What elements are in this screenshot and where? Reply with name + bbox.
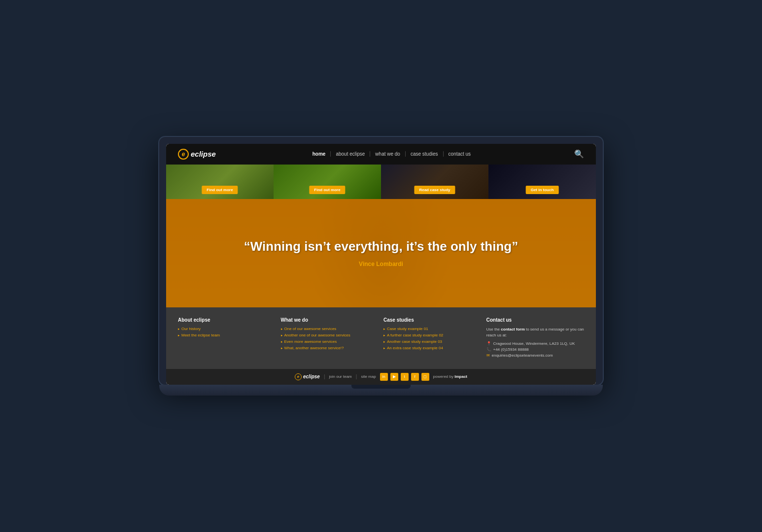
footer-case-3[interactable]: Another case study example 03 [383,339,482,344]
footer-cases-title: Case studies [383,317,482,323]
bottom-logo-text: eclipse [303,374,320,379]
footer-service-1[interactable]: One of our awesome services [281,327,379,331]
laptop-scene: eclipse home about eclipse what we do ca… [159,137,603,396]
phone-icon: 📞 [486,347,491,352]
nav-home[interactable]: home [308,151,331,157]
logo-icon [178,149,189,160]
footer-contact-address: 📍 Cragwood House, Windermere, LA23 1LQ, … [486,341,585,346]
hero-attribution: Vince Lombardi [359,261,403,267]
footer-col-cases: Case studies Case study example 01 A fur… [383,317,482,359]
email-icon: ✉ [486,353,490,358]
banner-cards-row: Find out more Find out more Read case st… [166,165,596,199]
footer-col-contact: Contact us Use the contact form to send … [486,317,585,359]
site-header: eclipse home about eclipse what we do ca… [166,144,596,165]
nav-about[interactable]: about eclipse [331,151,370,157]
footer-contact-title: Contact us [486,317,585,323]
footer-case-4[interactable]: An extra case study example 04 [383,346,482,350]
bottom-logo-icon: e [295,373,302,380]
site-logo[interactable]: eclipse [178,149,216,160]
hero-quote: “Winning isn’t everything, it’s the only… [244,238,518,255]
footer-service-3[interactable]: Even more awesome services [281,339,379,344]
search-icon[interactable]: 🔍 [574,149,584,159]
laptop-bezel: eclipse home about eclipse what we do ca… [159,137,603,385]
card-btn-4[interactable]: Get in touch [526,186,559,194]
footer-col-services: What we do One of our awesome services A… [281,317,379,359]
footer-case-2[interactable]: A further case study example 02 [383,333,482,337]
banner-card-4: Get in touch [488,165,596,199]
banner-card-2: Find out more [274,165,381,199]
instagram-icon[interactable]: ◻ [421,373,429,381]
youtube-icon[interactable]: ▶ [390,373,398,381]
footer-contact-phone[interactable]: 📞 +44 (0)15934 88888 [486,347,585,352]
laptop-screen: eclipse home about eclipse what we do ca… [166,144,596,385]
site-wrapper: eclipse home about eclipse what we do ca… [166,144,596,385]
nav-case-studies[interactable]: case studies [406,151,444,157]
facebook-icon[interactable]: f [411,373,419,381]
footer-case-1[interactable]: Case study example 01 [383,327,482,331]
laptop-base [159,385,603,396]
footer-about-title: About eclipse [178,317,276,323]
footer-service-2[interactable]: Another one of our awesome services [281,333,379,337]
sep-1: | [324,374,325,379]
powered-by: powered by Impact [433,374,467,379]
footer-about-title-bold: eclipse [194,317,210,323]
card-btn-2[interactable]: Find out more [309,186,345,194]
twitter-icon[interactable]: t [401,373,409,381]
footer-contact-email[interactable]: ✉ enquiries@eclipseteamevents.com [486,353,585,358]
sep-2: | [356,374,357,379]
site-map-link[interactable]: site map [361,374,376,379]
banner-card-3: Read case study [381,165,488,199]
footer-columns: About eclipse Our history Meet the eclip… [166,307,596,369]
social-icons: in ▶ t f ◻ [380,373,429,381]
logo-text: eclipse [191,150,216,158]
nav-contact[interactable]: contact us [444,151,476,157]
contact-form-link[interactable]: contact form [501,327,524,332]
footer-about-link-2[interactable]: Meet the eclipse team [178,333,276,337]
card-btn-1[interactable]: Find out more [202,186,238,194]
hero-section: “Winning isn’t everything, it’s the only… [166,199,596,307]
location-icon: 📍 [486,341,491,346]
powered-by-brand: Impact [454,374,467,379]
footer-col-about: About eclipse Our history Meet the eclip… [178,317,276,359]
footer-service-4[interactable]: What, another awesome service!? [281,346,379,350]
linkedin-icon[interactable]: in [380,373,388,381]
bottom-bar: e eclipse | join our team | site map in … [166,369,596,385]
bottom-logo[interactable]: e eclipse [295,373,320,380]
nav-what-we-do[interactable]: what we do [370,151,406,157]
footer-about-link-1[interactable]: Our history [178,327,276,331]
join-team-link[interactable]: join our team [329,374,352,379]
footer-contact-intro: Use the contact form to send us a messag… [486,327,585,338]
site-nav: home about eclipse what we do case studi… [308,151,476,157]
banner-card-1: Find out more [166,165,274,199]
footer-services-title: What we do [281,317,379,323]
card-btn-3[interactable]: Read case study [414,186,455,194]
